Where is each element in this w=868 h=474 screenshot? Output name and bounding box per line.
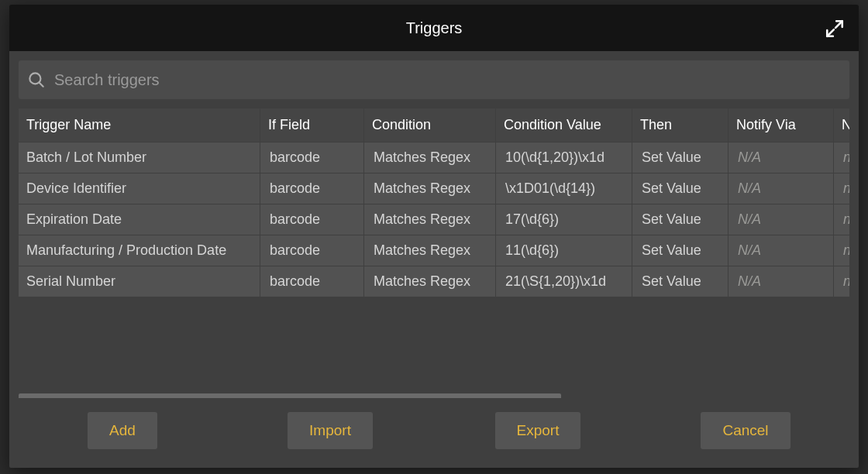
table-row[interactable]: Device Identifier — [19, 173, 260, 204]
table-row[interactable]: Expiration Date — [19, 204, 260, 235]
col-header-cond-value[interactable]: Condition Value — [496, 108, 632, 143]
cell-notify-via[interactable]: N/A — [728, 204, 834, 235]
cell-cond-value[interactable]: 10(\d{1,20})\x1d — [496, 143, 632, 173]
cell-if-field[interactable]: barcode — [260, 204, 364, 235]
cell-condition[interactable]: Matches Regex — [364, 143, 496, 173]
cell-if-field[interactable]: barcode — [260, 143, 364, 173]
cell-then[interactable]: Set Value — [632, 235, 728, 266]
table-row[interactable]: Batch / Lot Number — [19, 143, 260, 173]
col-header-next[interactable]: No — [834, 108, 849, 143]
horizontal-scrollbar-thumb[interactable] — [19, 393, 561, 398]
svg-line-1 — [39, 82, 43, 86]
cell-notify-via[interactable]: N/A — [728, 266, 834, 297]
cell-notify-via[interactable]: N/A — [728, 143, 834, 173]
triggers-table: Trigger Name If Field Condition Conditio… — [19, 108, 849, 398]
export-button[interactable]: Export — [495, 412, 581, 449]
add-button[interactable]: Add — [88, 412, 157, 449]
col-header-notify-via[interactable]: Notify Via — [728, 108, 834, 143]
col-header-name[interactable]: Trigger Name — [19, 108, 260, 143]
triggers-grid: Trigger Name If Field Condition Conditio… — [19, 108, 849, 297]
table-row[interactable]: Manufacturing / Production Date — [19, 235, 260, 266]
search-icon — [26, 70, 46, 90]
cell-next[interactable]: n/ — [834, 235, 849, 266]
cell-then[interactable]: Set Value — [632, 173, 728, 204]
cell-next[interactable]: n/ — [834, 173, 849, 204]
cancel-button[interactable]: Cancel — [701, 412, 790, 449]
cell-condition[interactable]: Matches Regex — [364, 235, 496, 266]
cell-condition[interactable]: Matches Regex — [364, 266, 496, 297]
cell-notify-via[interactable]: N/A — [728, 173, 834, 204]
cell-then[interactable]: Set Value — [632, 266, 728, 297]
cell-if-field[interactable]: barcode — [260, 173, 364, 204]
cell-next[interactable]: n/ — [834, 143, 849, 173]
triggers-dialog: Triggers Trigger Name If F — [9, 5, 859, 468]
col-header-then[interactable]: Then — [632, 108, 728, 143]
cell-if-field[interactable]: barcode — [260, 235, 364, 266]
cell-then[interactable]: Set Value — [632, 143, 728, 173]
table-row[interactable]: Serial Number — [19, 266, 260, 297]
horizontal-scrollbar[interactable] — [19, 393, 849, 398]
cell-next[interactable]: n/ — [834, 266, 849, 297]
search-bar[interactable] — [19, 60, 849, 99]
cell-cond-value[interactable]: \x1D01(\d{14}) — [496, 173, 632, 204]
cell-cond-value[interactable]: 21(\S{1,20})\x1d — [496, 266, 632, 297]
dialog-titlebar: Triggers — [9, 5, 859, 51]
dialog-title: Triggers — [406, 19, 463, 37]
cell-next[interactable]: n/ — [834, 204, 849, 235]
dialog-button-row: Add Import Export Cancel — [19, 398, 849, 468]
cell-cond-value[interactable]: 17(\d{6}) — [496, 204, 632, 235]
cell-condition[interactable]: Matches Regex — [364, 204, 496, 235]
expand-icon[interactable] — [825, 19, 845, 39]
cell-then[interactable]: Set Value — [632, 204, 728, 235]
cell-if-field[interactable]: barcode — [260, 266, 364, 297]
cell-notify-via[interactable]: N/A — [728, 235, 834, 266]
search-input[interactable] — [54, 71, 842, 89]
dialog-body: Trigger Name If Field Condition Conditio… — [9, 51, 859, 468]
col-header-if-field[interactable]: If Field — [260, 108, 364, 143]
import-button[interactable]: Import — [288, 412, 373, 449]
cell-condition[interactable]: Matches Regex — [364, 173, 496, 204]
col-header-condition[interactable]: Condition — [364, 108, 496, 143]
cell-cond-value[interactable]: 11(\d{6}) — [496, 235, 632, 266]
